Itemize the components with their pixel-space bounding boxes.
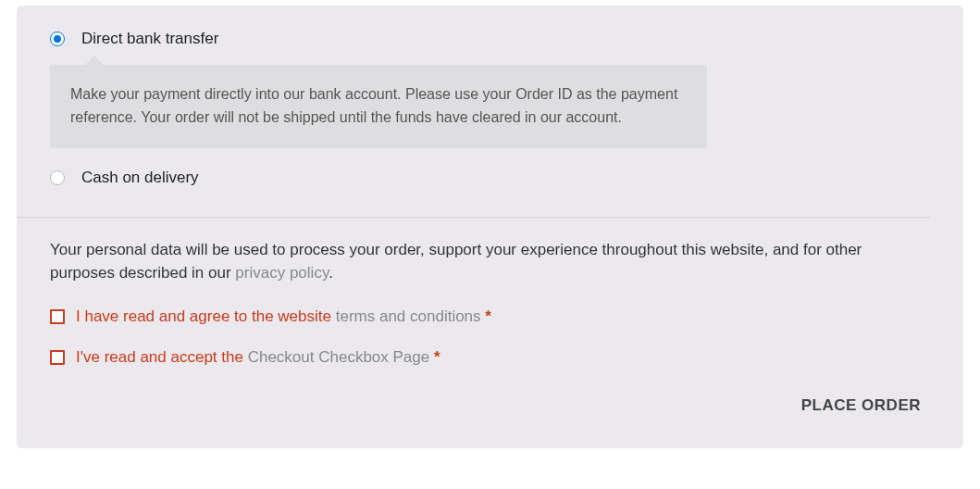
checkbox-page[interactable] [50,350,65,365]
payment-label-cod: Cash on delivery [81,169,199,187]
consent-checkbox-page-prefix: I've read and accept the [76,348,248,366]
place-order-row: PLACE ORDER [17,389,963,448]
consent-row-terms: I have read and agree to the website ter… [50,307,930,326]
consent-terms-prefix: I have read and agree to the website [76,307,336,325]
consent-text-checkbox-page: I've read and accept the Checkout Checkb… [76,348,440,367]
payment-methods-section: Direct bank transfer Make your payment d… [17,6,963,217]
privacy-text-suffix: . [329,264,333,282]
privacy-policy-link[interactable]: privacy policy [235,264,329,282]
checkout-panel: Direct bank transfer Make your payment d… [17,6,963,448]
consent-section: I have read and agree to the website ter… [17,285,963,367]
consent-text-terms: I have read and agree to the website ter… [76,307,491,326]
payment-option-bank-transfer[interactable]: Direct bank transfer [50,30,930,48]
payment-option-cod[interactable]: Cash on delivery [50,169,930,187]
required-star-icon: * [485,307,491,325]
radio-unselected-icon[interactable] [50,170,65,185]
privacy-notice: Your personal data will be used to proce… [17,218,963,285]
privacy-text-prefix: Your personal data will be used to proce… [50,241,862,282]
checkbox-terms[interactable] [50,309,65,324]
payment-description-text: Make your payment directly into our bank… [50,65,707,148]
radio-selected-icon[interactable] [50,31,65,46]
required-star-icon: * [434,348,440,366]
consent-row-checkbox-page: I've read and accept the Checkout Checkb… [50,348,930,367]
terms-and-conditions-link[interactable]: terms and conditions [336,307,481,325]
payment-label-bank-transfer: Direct bank transfer [81,30,218,48]
checkout-checkbox-page-link[interactable]: Checkout Checkbox Page [248,348,430,366]
payment-description-tooltip: Make your payment directly into our bank… [50,65,930,148]
place-order-button[interactable]: PLACE ORDER [801,389,921,422]
privacy-text: Your personal data will be used to proce… [50,238,930,285]
